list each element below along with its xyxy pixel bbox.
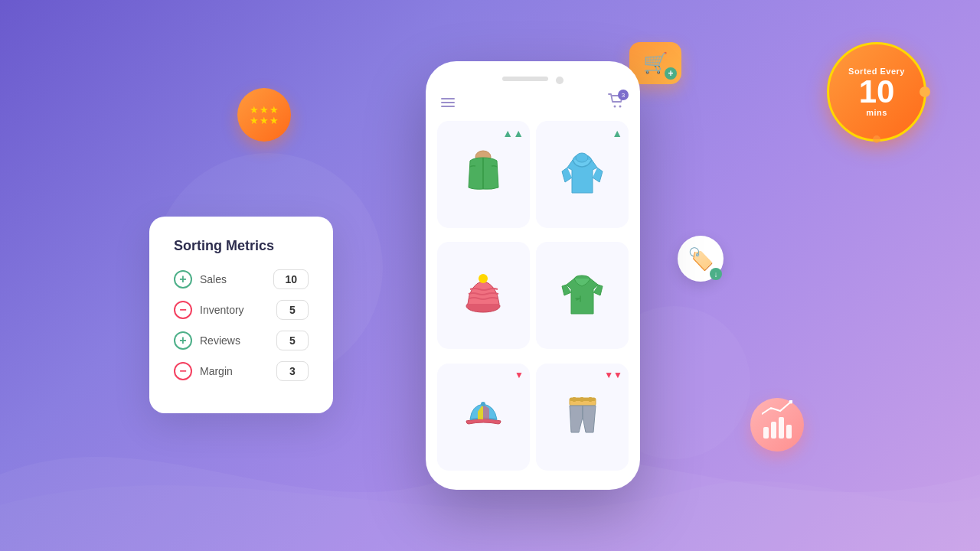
star-6: ★ xyxy=(270,116,279,126)
cap-svg xyxy=(459,390,508,440)
reviews-label: Reviews xyxy=(200,334,269,347)
vest-svg xyxy=(459,145,508,195)
product-grid: ▲▲ ▲ xyxy=(437,121,629,478)
product-emoji-tshirt xyxy=(557,269,607,322)
svg-rect-12 xyxy=(580,397,583,402)
svg-rect-11 xyxy=(589,397,592,402)
svg-point-6 xyxy=(479,274,488,283)
svg-point-2 xyxy=(619,106,622,108)
stars-badge: ★ ★ ★ ★ ★ ★ xyxy=(237,88,291,142)
sales-value: 10 xyxy=(273,269,309,289)
metric-row-reviews: + Reviews 5 xyxy=(174,331,309,350)
sorted-number: 10 xyxy=(848,76,905,108)
product-card-vest[interactable]: ▲▲ xyxy=(437,121,530,228)
tag-float-badge: 🏷️ ↓ xyxy=(678,236,724,282)
tshirt-svg xyxy=(557,269,607,319)
hamburger-menu-icon[interactable] xyxy=(441,98,455,107)
metrics-card: Sorting Metrics + Sales 10 − Inventory 5… xyxy=(149,217,333,413)
sorted-dot xyxy=(920,86,930,97)
bar-1 xyxy=(763,427,769,439)
phone-mockup: 3 ▲▲ ▲ xyxy=(426,61,640,490)
product-card-pants[interactable]: ▼▼ xyxy=(536,364,629,471)
product-card-cap[interactable]: ▼ xyxy=(437,364,530,471)
star-3: ★ xyxy=(270,105,279,115)
trend-down-icon-cap: ▼ xyxy=(514,370,524,380)
inventory-value: 5 xyxy=(276,300,309,320)
tag-down-icon: ↓ xyxy=(710,268,722,280)
bar-chart xyxy=(763,412,792,439)
trend-up-icon-vest: ▲▲ xyxy=(502,127,524,139)
product-card-tshirt[interactable] xyxy=(536,242,629,349)
metric-row-sales: + Sales 10 xyxy=(174,269,309,289)
star-2: ★ xyxy=(260,105,269,115)
bar-2 xyxy=(771,422,776,439)
bar-3 xyxy=(779,417,784,439)
metric-row-margin: − Margin 3 xyxy=(174,361,309,381)
star-4: ★ xyxy=(250,116,259,126)
inventory-minus-icon: − xyxy=(174,301,192,319)
cart-plus-icon: + xyxy=(665,67,677,80)
margin-minus-icon: − xyxy=(174,362,192,380)
trend-line xyxy=(762,400,792,416)
trend-up-icon-hoodie: ▲ xyxy=(612,127,622,139)
sorted-circle: Sorted Every 10 mins xyxy=(827,42,926,142)
cart-float-badge: 🛒 + xyxy=(629,42,681,84)
cart-count-badge: 3 xyxy=(618,90,629,100)
phone-camera xyxy=(556,77,564,84)
sales-label: Sales xyxy=(200,273,266,285)
svg-point-7 xyxy=(481,402,485,406)
star-1: ★ xyxy=(250,105,259,115)
sorted-bottom-text: mins xyxy=(848,108,905,117)
sorted-badge: Sorted Every 10 mins xyxy=(827,42,926,142)
hoodie-svg xyxy=(557,148,607,198)
metrics-title: Sorting Metrics xyxy=(174,238,309,254)
margin-label: Margin xyxy=(200,365,269,377)
tag-circle: 🏷️ ↓ xyxy=(678,236,724,282)
svg-rect-10 xyxy=(573,397,576,402)
product-emoji-vest xyxy=(459,145,508,204)
product-emoji-cap xyxy=(459,390,508,443)
stars-container: ★ ★ ★ ★ ★ ★ xyxy=(250,105,279,126)
metric-row-inventory: − Inventory 5 xyxy=(174,300,309,320)
svg-point-1 xyxy=(614,106,616,108)
sorted-dot-bottom xyxy=(873,135,880,143)
analytics-badge xyxy=(750,398,804,452)
star-5: ★ xyxy=(260,116,269,126)
phone-notch-area xyxy=(437,77,629,84)
reviews-value: 5 xyxy=(276,331,309,350)
tag-icon: 🏷️ xyxy=(688,246,714,272)
product-card-hoodie[interactable]: ▲ xyxy=(536,121,629,228)
svg-point-4 xyxy=(576,153,588,162)
product-emoji-knit-hat xyxy=(459,269,508,322)
product-card-knit-hat[interactable] xyxy=(437,242,530,349)
product-emoji-pants xyxy=(557,390,607,443)
margin-value: 3 xyxy=(276,361,309,381)
pants-svg xyxy=(557,390,607,440)
product-emoji-hoodie xyxy=(557,148,607,201)
inventory-label: Inventory xyxy=(200,304,269,316)
knit-hat-svg xyxy=(459,269,508,319)
trend-down-icon-pants: ▼▼ xyxy=(604,370,622,380)
phone-cart-icon[interactable]: 3 xyxy=(608,93,625,112)
phone-header: 3 xyxy=(437,93,629,112)
sales-plus-icon: + xyxy=(174,270,192,289)
phone-notch xyxy=(502,77,548,81)
bar-4 xyxy=(786,425,792,439)
sorted-text-container: Sorted Every 10 mins xyxy=(848,67,905,117)
reviews-plus-icon: + xyxy=(174,331,192,350)
